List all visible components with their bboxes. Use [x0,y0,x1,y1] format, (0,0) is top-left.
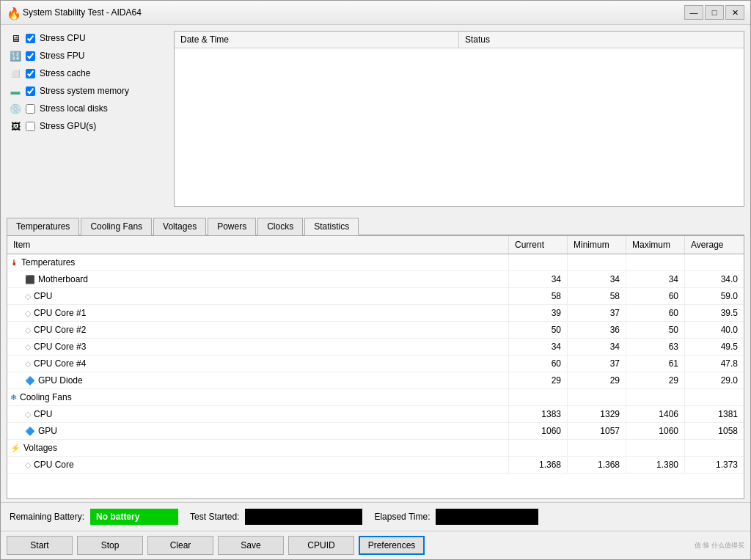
th-item: Item [7,236,509,254]
save-button[interactable]: Save [218,536,284,555]
cpu-icon: 🖥 [10,32,21,44]
memory-icon: ▬ [10,85,21,97]
item-cpu-core2: ◇CPU Core #2 [7,322,509,338]
cooling-fans-icon: ❄ [10,393,17,402]
elapsed-value [436,509,538,525]
table-row: ◇CPU Core 1.368 1.368 1.380 1.373 [7,457,744,474]
log-panel: Date & Time Status [174,31,744,207]
table-body[interactable]: 🌡Temperatures ⬛Motherboard 34 34 34 34.0 [7,254,744,498]
elapsed-label: Elapsed Time: [374,512,430,522]
stress-cache-checkbox[interactable] [26,69,35,78]
item-cpu-core1: ◇CPU Core #1 [7,305,509,321]
stress-cpu-checkbox[interactable] [26,34,35,43]
item-cpu-core3: ◇CPU Core #3 [7,339,509,355]
log-body [175,48,744,204]
th-minimum: Minimum [568,236,626,254]
stress-gpu-checkbox[interactable] [26,122,35,131]
stress-gpu-label: Stress GPU(s) [40,121,96,131]
table-row: ◇CPU Core #2 50 36 50 40.0 [7,322,744,339]
cpu-fan-icon: ◇ [25,410,31,419]
table-row: ◇CPU Core #4 60 37 61 47.8 [7,355,744,372]
cpu-core-voltage-icon: ◇ [25,460,31,470]
tab-cooling-fans[interactable]: Cooling Fans [81,218,152,235]
cpu-core3-icon: ◇ [25,342,31,352]
table-row: 🔷GPU 1060 1057 1060 1058 [7,423,744,440]
table-row: 🔷GPU Diode 29 29 29 29.0 [7,372,744,389]
tabs-area: Temperatures Cooling Fans Voltages Power… [1,213,750,235]
tab-voltages[interactable]: Voltages [153,218,206,235]
bottom-bar: Start Stop Clear Save CPUID Preferences … [1,531,750,559]
gpu-diode-icon: 🔷 [25,376,35,386]
cpuid-button[interactable]: CPUID [288,536,354,555]
item-cpu-fan: ◇CPU [7,406,509,422]
checkbox-stress-fpu[interactable]: 🔢 Stress FPU [7,48,168,63]
disk-icon: 💿 [10,103,21,114]
stress-memory-checkbox[interactable] [26,86,35,96]
checkbox-stress-cpu[interactable]: 🖥 Stress CPU [7,31,168,45]
checkbox-stress-memory[interactable]: ▬ Stress system memory [7,84,168,98]
test-started-label: Test Started: [190,512,239,522]
stop-button[interactable]: Stop [77,536,143,555]
motherboard-icon: ⬛ [25,275,35,284]
close-button[interactable]: ✕ [725,5,744,20]
title-bar-controls: — □ ✕ [684,5,744,20]
tab-temperatures[interactable]: Temperatures [7,218,79,235]
tab-statistics[interactable]: Statistics [304,218,359,235]
temperatures-icon: 🌡 [10,258,18,267]
log-col-status: Status [459,32,744,48]
battery-status: Remaining Battery: No battery [10,509,178,525]
item-gpu-fan: 🔷GPU [7,423,509,439]
test-started-status: Test Started: [190,509,362,525]
preferences-button[interactable]: Preferences [359,536,425,555]
start-button[interactable]: Start [7,536,73,555]
battery-label: Remaining Battery: [10,512,84,522]
stress-disks-label: Stress local disks [40,103,108,114]
tabs-container: Temperatures Cooling Fans Voltages Power… [7,217,744,235]
tab-clocks[interactable]: Clocks [257,218,303,235]
stress-fpu-label: Stress FPU [40,51,84,61]
title-bar: 🔥 System Stability Test - AIDA64 — □ ✕ [1,1,750,25]
stress-fpu-checkbox[interactable] [26,51,35,61]
app-icon: 🔥 [7,7,18,18]
fpu-icon: 🔢 [10,50,21,62]
table-row: ⬛Motherboard 34 34 34 34.0 [7,271,744,288]
th-average: Average [685,236,744,254]
tab-powers[interactable]: Powers [208,218,256,235]
th-current: Current [509,236,568,254]
table-row: ◇CPU Core #3 34 34 63 49.5 [7,339,744,355]
th-maximum: Maximum [626,236,685,254]
stress-disks-checkbox[interactable] [26,104,35,114]
table-row: ◇CPU 1383 1329 1406 1381 [7,406,744,423]
window-title: System Stability Test - AIDA64 [23,7,142,18]
item-motherboard: ⬛Motherboard [7,271,509,287]
battery-value: No battery [90,509,178,525]
table-header: Item Current Minimum Maximum Average [7,236,744,254]
checkbox-stress-cache[interactable]: ⬜ Stress cache [7,66,168,81]
main-window: 🔥 System Stability Test - AIDA64 — □ ✕ 🖥… [0,0,751,560]
table-row: 🌡Temperatures [7,254,744,271]
item-cpu-core-voltage: ◇CPU Core [7,457,509,473]
status-bar: Remaining Battery: No battery Test Start… [1,502,750,531]
cpu-core1-icon: ◇ [25,309,31,318]
item-gpu-diode: 🔷GPU Diode [7,372,509,388]
clear-button[interactable]: Clear [147,536,213,555]
watermark: 值 ⑭ 什么值得买 [695,541,744,550]
item-cpu-temp: ◇CPU [7,288,509,304]
checkbox-stress-gpu[interactable]: 🖼 Stress GPU(s) [7,119,168,133]
table-row: ◇CPU 58 58 60 59.0 [7,288,744,305]
cpu-core2-icon: ◇ [25,325,31,335]
item-cpu-core4: ◇CPU Core #4 [7,355,509,372]
left-panel: 🖥 Stress CPU 🔢 Stress FPU ⬜ Stress cache… [7,31,168,207]
table-row: ◇CPU Core #1 39 37 60 39.5 [7,305,744,322]
cpu-temp-icon: ◇ [25,292,31,301]
log-header: Date & Time Status [175,32,744,48]
stress-cpu-label: Stress CPU [40,33,86,43]
category-cooling-fans: ❄Cooling Fans [7,389,509,405]
stress-memory-label: Stress system memory [40,86,129,96]
log-col-datetime: Date & Time [175,32,459,48]
maximize-button[interactable]: □ [705,5,724,20]
checkbox-stress-disks[interactable]: 💿 Stress local disks [7,101,168,116]
stress-cache-label: Stress cache [40,68,90,78]
minimize-button[interactable]: — [684,5,703,20]
statistics-table: Item Current Minimum Maximum Average 🌡Te… [7,235,744,499]
